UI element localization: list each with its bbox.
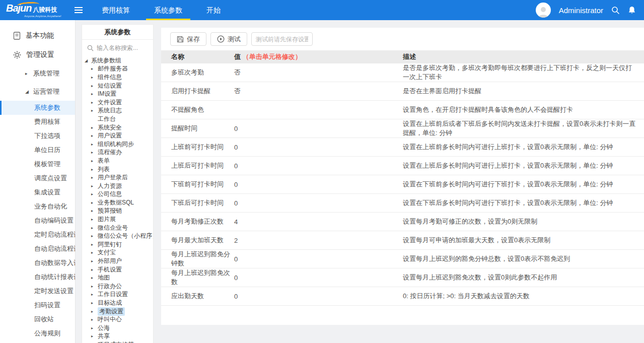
sidebar-item[interactable]: 费用核算 [0, 115, 75, 129]
tree-node[interactable]: ▸ 短信设置 [85, 82, 153, 90]
sidebar-group-operation-management[interactable]: ◢ 运营管理 [0, 83, 75, 101]
tree-node[interactable]: ▸ 文件设置 [85, 98, 153, 107]
top-tab[interactable]: 系统参数 [142, 0, 194, 20]
tree-node[interactable]: ▸ 微信公众号（小程序） [85, 232, 153, 240]
param-value-cell[interactable]: 0 [234, 199, 403, 207]
sidebar-item[interactable]: 集成设置 [0, 185, 75, 199]
param-name-cell: 上班前可打卡时间 [161, 143, 234, 152]
top-tab[interactable]: 开始 [194, 0, 233, 20]
param-desc-cell: 是否在主界面启用打卡提醒 [403, 87, 644, 96]
sidebar-item[interactable]: 自动统计报表设置 [0, 270, 75, 284]
tree-node[interactable]: ▸ IM设置 [85, 90, 153, 98]
tree-node[interactable]: ▸ 阿里钉钉 [85, 240, 153, 249]
tree-node[interactable]: ▸ 工作日设置 [85, 291, 153, 299]
sidebar-item[interactable]: 自动编码设置 [0, 214, 75, 228]
tree-node-label: 用户登录后 [98, 173, 128, 182]
tree-node[interactable]: ▸ 行政办公 [85, 282, 153, 291]
tree-node[interactable]: ▸ 共享 [85, 332, 153, 341]
caret-collapsed-icon: ▸ [91, 175, 96, 180]
sidebar-item[interactable]: 系统参数 [0, 101, 75, 115]
tree-node[interactable]: ▸ 公司信息 [85, 190, 153, 199]
tree-node[interactable]: ▸ 预算报销 [85, 207, 153, 216]
caret-collapsed-icon: ▸ [91, 242, 96, 247]
sidebar-item[interactable]: 自动数据导入设置 [0, 256, 75, 270]
sidebar-item[interactable]: 模板管理 [0, 157, 75, 171]
sidebar-item[interactable]: 单位日历 [0, 143, 75, 157]
sidebar-item[interactable]: 公海规则 [0, 326, 75, 340]
param-value-cell[interactable]: 0 [234, 162, 403, 170]
menu-hamburger-icon[interactable] [75, 7, 83, 13]
tree-node[interactable]: ▸ 公海 [85, 324, 153, 332]
tree-node-label: 工作日设置 [98, 290, 128, 299]
search-icon[interactable] [611, 6, 620, 15]
test-hint-input[interactable] [251, 32, 313, 46]
tree-node[interactable]: ▸ 组件信息 [85, 73, 153, 82]
param-desc-cell: 设置每月可申请的加班最大天数，设置0表示无限制 [403, 236, 644, 245]
top-tab-label: 开始 [206, 6, 221, 14]
param-value-cell[interactable]: 否 [234, 68, 403, 77]
sidebar-item[interactable]: 回收站 [0, 312, 75, 326]
param-value-cell[interactable]: 0 [234, 144, 403, 151]
tree-node[interactable]: ▸ 用户设置 [85, 131, 153, 140]
user-avatar[interactable] [536, 3, 551, 18]
tree-nodes: ▸ 邮件服务器 ▸ 组件信息 ▸ 短信设置 [85, 65, 153, 343]
sidebar-item[interactable]: 自动启动流程设置 [0, 242, 75, 256]
sidebar-item[interactable]: 定时发送设置 [0, 284, 75, 298]
tree-node[interactable]: 工作台 [85, 115, 153, 123]
tree-node[interactable]: ▸ 系统日志 [85, 107, 153, 115]
tree-node[interactable]: ▸ 支付宝 [85, 249, 153, 257]
table-row: 不提醒角色 设置角色，在开启打卡提醒时具备该角色的人不会提醒打卡 [161, 101, 644, 119]
tree-node[interactable]: ▸ 用户登录后 [85, 173, 153, 182]
sidebar-group-system-management[interactable]: ▸ 系统管理 [0, 64, 75, 83]
param-value-cell[interactable]: 0 [234, 181, 403, 188]
sidebar-section-label: 管理设置 [26, 50, 54, 59]
param-name-cell: 下班前可打卡时间 [161, 180, 234, 189]
test-button[interactable]: 测试 [210, 32, 247, 46]
tree-node[interactable]: ▸ 组织机构同步 [85, 140, 153, 149]
param-value-cell[interactable]: 0 [234, 274, 403, 282]
tree-node[interactable]: ▸ 考勤设置 [85, 307, 153, 316]
tree-search-input[interactable] [97, 44, 147, 51]
param-value-cell[interactable]: 否 [234, 87, 403, 96]
tree-node[interactable]: ▸ 列表 [85, 165, 153, 174]
sidebar-item[interactable]: 定时启动流程设置 [0, 228, 75, 242]
sidebar-item[interactable]: 扫码设置 [0, 298, 75, 312]
tree-node[interactable]: ▸ 系统安全 [85, 123, 153, 132]
tree-node[interactable]: ▸ 手机设置 [85, 265, 153, 274]
tree-node-label: 组织机构同步 [98, 140, 134, 149]
brand-logo[interactable]: Bajun 八骏科技 Anyone,Anytime,Anywhere! [0, 0, 74, 20]
sidebar-item-basic-functions[interactable]: 基本功能 [0, 26, 75, 45]
tree-node[interactable]: ▸ 项目成本核算 [85, 340, 153, 343]
table-row: 上班后可打卡时间 0 设置在上班后多长时间内可进行上班打卡，设置0表示无限制，单… [161, 157, 644, 175]
sidebar-item[interactable]: 业务自动化 [0, 199, 75, 214]
notification-bell-icon[interactable] [628, 6, 636, 15]
tree-node[interactable]: ▸ 业务数据SQL [85, 198, 153, 207]
caret-collapsed-icon: ▸ [91, 100, 96, 105]
top-tab[interactable]: 费用核算 [90, 0, 142, 20]
save-button[interactable]: 保存 [170, 32, 206, 46]
param-value-cell[interactable]: 0 [234, 293, 403, 300]
param-value-cell[interactable]: 0 [234, 255, 403, 263]
tree-node[interactable]: ▸ 微信企业号 [85, 224, 153, 232]
tree-node[interactable]: ▸ 外部用户 [85, 257, 153, 265]
tree-node[interactable]: ▸ 呼叫中心 [85, 315, 153, 324]
param-value-cell[interactable]: 2 [234, 237, 403, 244]
caret-collapsed-icon: ▸ [91, 226, 96, 230]
tree-node[interactable]: ▸ 邮件服务器 [85, 65, 153, 74]
tree-node[interactable]: ▸ 表单 [85, 157, 153, 165]
tree-node[interactable]: ▸ 人力资源 [85, 182, 153, 190]
param-value-cell[interactable]: 0 [234, 125, 403, 132]
caret-collapsed-icon: ▸ [91, 192, 96, 196]
tree-root-node[interactable]: ◢ 系统参数组 [85, 56, 153, 65]
sidebar-item-dev-platform[interactable]: 开发平台 [0, 340, 75, 343]
param-value-cell[interactable]: 4 [234, 218, 403, 226]
sidebar-item[interactable]: 调度点设置 [0, 171, 75, 185]
tree-node[interactable]: ▸ 地图 [85, 273, 153, 282]
sidebar-item-management-settings[interactable]: 管理设置 [0, 45, 75, 64]
tree-panel-title: 系统参数 [82, 25, 153, 40]
tree-node[interactable]: ▸ 目标达成 [85, 299, 153, 307]
tree-node[interactable]: ▸ 流程催办 [85, 149, 153, 157]
sidebar-item[interactable]: 下拉选项 [0, 129, 75, 143]
tree-node[interactable]: ▸ 图片展 [85, 215, 153, 224]
username-label[interactable]: Administrator [559, 6, 603, 15]
